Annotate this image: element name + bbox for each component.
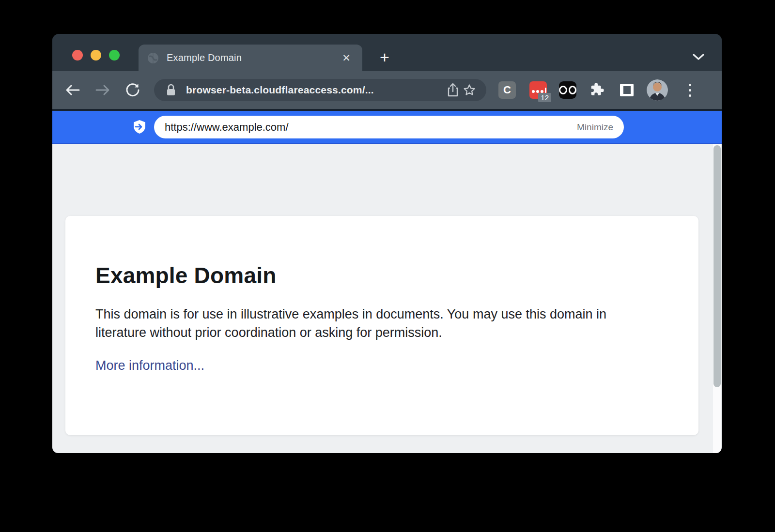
remote-url-text: https://www.example.com/ bbox=[165, 121, 577, 134]
page-viewport: Example Domain This domain is for use in… bbox=[52, 144, 722, 453]
tab-search-chevron-icon[interactable] bbox=[688, 46, 709, 68]
forward-button[interactable] bbox=[92, 79, 113, 101]
bookmark-star-icon[interactable] bbox=[461, 82, 478, 98]
macos-minimize-button[interactable] bbox=[91, 50, 101, 61]
page-body-text: This domain is for use in illustrative e… bbox=[95, 305, 652, 342]
side-panel-glyph bbox=[620, 84, 634, 96]
extension-two-circles-icon[interactable] bbox=[559, 81, 576, 99]
extension-red-blocker-icon[interactable]: 12 bbox=[529, 81, 547, 99]
macos-zoom-button[interactable] bbox=[109, 50, 120, 61]
browser-window: Example Domain ✕ + bbox=[52, 34, 722, 453]
page-title: Example Domain bbox=[95, 262, 668, 289]
extension-badge-count: 12 bbox=[538, 93, 551, 102]
chrome-menu-icon[interactable] bbox=[680, 79, 699, 101]
globe-favicon-icon bbox=[147, 52, 159, 64]
scrollbar-thumb[interactable] bbox=[713, 145, 721, 387]
tab-close-icon[interactable]: ✕ bbox=[339, 51, 354, 65]
active-tab[interactable]: Example Domain ✕ bbox=[139, 45, 362, 71]
example-domain-card: Example Domain This domain is for use in… bbox=[65, 216, 698, 435]
new-tab-button[interactable]: + bbox=[374, 46, 395, 68]
browser-toolbar: browser-beta.cloudflareaccess.com/... C … bbox=[52, 71, 722, 109]
reload-button[interactable] bbox=[122, 79, 143, 101]
extensions-puzzle-icon[interactable] bbox=[589, 81, 606, 99]
shield-arrow-icon bbox=[132, 120, 147, 134]
share-icon[interactable] bbox=[445, 82, 461, 98]
minimize-bar-button[interactable]: Minimize bbox=[577, 122, 613, 133]
profile-avatar[interactable] bbox=[647, 79, 668, 101]
side-panel-icon[interactable] bbox=[618, 81, 636, 99]
remote-browser-bar: https://www.example.com/ Minimize bbox=[52, 109, 722, 144]
lock-icon bbox=[163, 82, 179, 98]
address-bar[interactable]: browser-beta.cloudflareaccess.com/... bbox=[154, 79, 486, 101]
scrollbar-track[interactable] bbox=[713, 144, 721, 453]
more-information-link[interactable]: More information... bbox=[95, 358, 204, 373]
back-button[interactable] bbox=[62, 79, 83, 101]
tab-title: Example Domain bbox=[167, 52, 339, 63]
screenshot-stage: Example Domain ✕ + bbox=[0, 0, 775, 532]
remote-url-input[interactable]: https://www.example.com/ Minimize bbox=[154, 116, 624, 138]
tab-strip: Example Domain ✕ + bbox=[52, 34, 722, 71]
red-extension-dots-glyph bbox=[532, 88, 546, 93]
macos-close-button[interactable] bbox=[72, 50, 83, 61]
address-url-text: browser-beta.cloudflareaccess.com/... bbox=[186, 84, 445, 96]
extension-c-icon[interactable]: C bbox=[498, 81, 516, 99]
